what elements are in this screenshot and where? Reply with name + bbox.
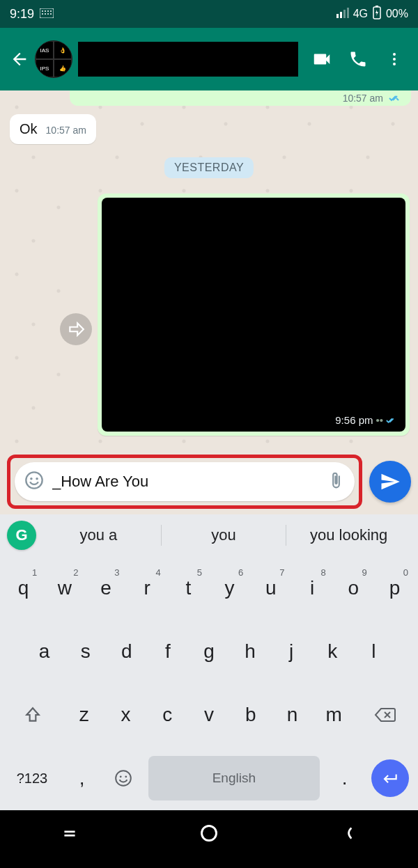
key-y[interactable]: y6 (210, 566, 249, 610)
home-button[interactable] (199, 823, 219, 848)
key-g[interactable]: g (189, 629, 228, 674)
key-b[interactable]: b (231, 693, 270, 737)
outgoing-image-message[interactable]: 9:56 pm •• (98, 194, 410, 436)
compose-highlight (7, 455, 362, 509)
contact-name-redacted[interactable] (78, 42, 298, 77)
forward-button[interactable] (60, 313, 92, 345)
key-n[interactable]: n (273, 693, 312, 737)
video-call-button[interactable] (304, 41, 340, 77)
svg-rect-11 (343, 10, 346, 18)
keyboard-row-4: ?123 , English . (0, 747, 418, 810)
svg-point-16 (393, 58, 396, 61)
key-a[interactable]: a (25, 629, 63, 674)
svg-point-7 (47, 13, 49, 15)
key-s[interactable]: s (66, 629, 104, 674)
svg-point-18 (26, 472, 42, 488)
key-v[interactable]: v (189, 693, 229, 737)
key-p[interactable]: p0 (376, 566, 414, 610)
symbols-key[interactable]: ?123 (4, 756, 60, 800)
comma-key[interactable]: , (63, 756, 101, 800)
key-r[interactable]: r4 (128, 566, 167, 610)
keyboard-row-1: q1w2e3r4t5y6u7i8o9p0 (0, 556, 418, 620)
key-c[interactable]: c (148, 693, 187, 737)
suggestion[interactable]: you looking (286, 526, 411, 544)
svg-rect-9 (336, 14, 339, 18)
voice-call-button[interactable] (340, 41, 376, 77)
key-m[interactable]: m (314, 693, 353, 737)
compose-field[interactable] (15, 462, 355, 501)
message-text: Ok (20, 121, 38, 137)
keyboard-indicator-icon (40, 7, 54, 22)
svg-point-23 (125, 776, 127, 778)
keyboard-row-3: zxcvbnm (0, 684, 418, 747)
svg-point-20 (36, 478, 38, 480)
svg-point-19 (30, 478, 33, 480)
network-label: 4G (353, 8, 368, 20)
key-o[interactable]: o9 (334, 566, 373, 610)
svg-point-22 (120, 776, 122, 778)
key-j[interactable]: j (272, 629, 311, 674)
contact-avatar[interactable]: IAS👌IPS👍 (35, 40, 72, 78)
recent-apps-button[interactable] (61, 824, 79, 847)
message-image-redacted[interactable]: 9:56 pm •• (102, 198, 405, 432)
svg-point-5 (42, 13, 43, 15)
keyboard: G you a you you looking q1w2e3r4t5y6u7i8… (0, 514, 418, 810)
emoji-key[interactable] (104, 756, 142, 800)
svg-rect-14 (376, 6, 378, 7)
key-u[interactable]: u7 (251, 566, 290, 610)
message-input[interactable] (52, 473, 318, 491)
svg-point-8 (50, 13, 52, 15)
backspace-key[interactable] (356, 693, 414, 737)
message-time: 9:56 pm (335, 414, 373, 426)
key-k[interactable]: k (314, 629, 352, 674)
suggestion[interactable]: you (162, 526, 286, 544)
svg-point-15 (393, 53, 396, 56)
send-button[interactable] (369, 461, 411, 503)
shift-key[interactable] (4, 693, 62, 737)
date-separator: YESTERDAY (164, 157, 254, 178)
status-time: 9:19 (10, 7, 34, 22)
message-time: 10:57 am (46, 125, 86, 136)
key-i[interactable]: i8 (293, 566, 331, 610)
svg-point-26 (201, 826, 216, 840)
period-key[interactable]: . (325, 756, 364, 800)
chat-area[interactable]: 10:57 am Ok 10:57 am YESTERDAY 9:56 pm •… (0, 90, 418, 452)
attach-button[interactable] (327, 471, 345, 492)
key-e[interactable]: e3 (86, 566, 125, 610)
svg-rect-0 (40, 8, 54, 18)
enter-key[interactable] (366, 756, 414, 800)
incoming-message[interactable]: Ok 10:57 am (10, 114, 96, 144)
battery-label: 00% (386, 8, 408, 20)
message-time: 10:57 am (343, 93, 383, 104)
key-l[interactable]: l (355, 629, 393, 674)
svg-rect-10 (340, 12, 342, 18)
key-f[interactable]: f (148, 629, 187, 674)
read-receipt-icon (386, 415, 397, 426)
back-button[interactable] (6, 45, 33, 73)
navigation-bar (0, 810, 418, 860)
space-key[interactable]: English (148, 756, 320, 800)
read-receipt-icon: •• (376, 414, 383, 426)
key-h[interactable]: h (231, 629, 270, 674)
key-t[interactable]: t5 (169, 566, 208, 610)
svg-point-4 (50, 10, 52, 12)
svg-point-3 (47, 10, 49, 12)
outgoing-message-partial: 10:57 am (70, 90, 411, 106)
svg-point-1 (42, 10, 43, 12)
key-d[interactable]: d (107, 629, 146, 674)
more-options-button[interactable] (376, 41, 412, 77)
app-bar: IAS👌IPS👍 (0, 28, 418, 90)
svg-point-2 (45, 10, 46, 12)
key-x[interactable]: x (107, 693, 146, 737)
key-w[interactable]: w2 (45, 566, 84, 610)
key-z[interactable]: z (65, 693, 104, 737)
suggestion[interactable]: you a (36, 526, 161, 544)
svg-point-17 (393, 63, 396, 65)
emoji-button[interactable] (24, 471, 44, 493)
status-bar: 9:19 4G 00% (0, 0, 418, 28)
battery-icon (372, 6, 382, 22)
grammarly-icon[interactable]: G (7, 521, 36, 550)
back-nav-button[interactable] (339, 824, 357, 847)
svg-rect-12 (347, 8, 349, 18)
key-q[interactable]: q1 (4, 566, 42, 610)
